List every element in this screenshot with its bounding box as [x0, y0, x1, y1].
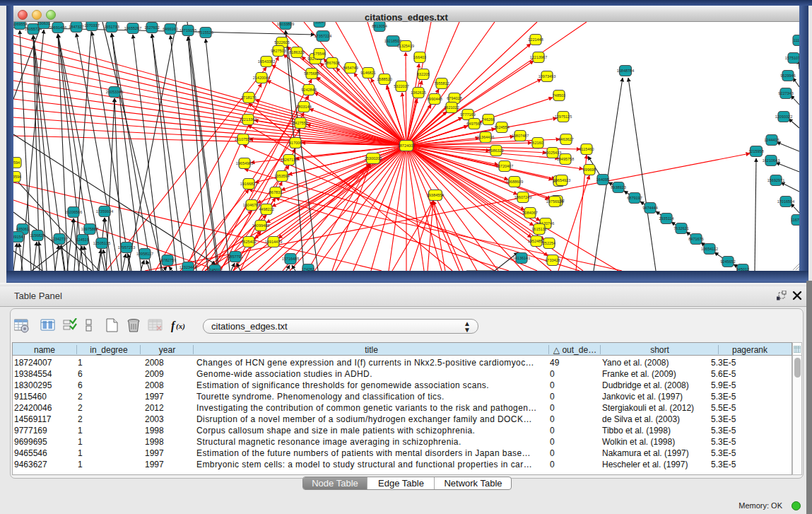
svg-text:7515526: 7515526 — [198, 30, 213, 35]
svg-text:19166827: 19166827 — [240, 182, 257, 186]
svg-text:9474444: 9474444 — [642, 206, 657, 210]
svg-text:435061: 435061 — [16, 227, 29, 231]
svg-text:7986322: 7986322 — [488, 148, 503, 153]
svg-text:2718176: 2718176 — [241, 95, 256, 100]
svg-text:19654923: 19654923 — [553, 178, 570, 182]
svg-text:7625402: 7625402 — [241, 240, 256, 244]
svg-text:5322605: 5322605 — [274, 40, 289, 45]
svg-text:16543382: 16543382 — [258, 59, 275, 64]
svg-text:9777169: 9777169 — [460, 112, 475, 117]
svg-text:7632621: 7632621 — [673, 226, 688, 230]
svg-text:13267130: 13267130 — [281, 158, 298, 162]
svg-text:1733426: 1733426 — [545, 258, 560, 262]
svg-text:1070337: 1070337 — [84, 23, 99, 28]
svg-text:2803144: 2803144 — [296, 105, 311, 109]
svg-text:867833: 867833 — [269, 190, 282, 194]
svg-text:9227343: 9227343 — [778, 91, 793, 95]
svg-text:1588520: 1588520 — [377, 77, 392, 81]
svg-text:8471676: 8471676 — [688, 237, 703, 241]
svg-text:9463627: 9463627 — [558, 137, 573, 141]
svg-text:25300203: 25300203 — [365, 156, 382, 160]
svg-text:7955812: 7955812 — [434, 81, 449, 86]
svg-text:1527602: 1527602 — [144, 25, 159, 30]
svg-text:1353594: 1353594 — [274, 174, 289, 178]
svg-text:10654112: 10654112 — [701, 247, 718, 251]
svg-text:9529946: 9529946 — [780, 74, 795, 78]
svg-text:6794028: 6794028 — [447, 96, 461, 100]
svg-text:19384554: 19384554 — [427, 193, 444, 197]
svg-text:f: f — [171, 320, 176, 332]
svg-text:12323446: 12323446 — [180, 265, 196, 269]
svg-text:19218506: 19218506 — [384, 39, 401, 43]
svg-text:(x): (x) — [176, 322, 185, 331]
svg-text:153594: 153594 — [13, 175, 21, 179]
svg-text:175546: 175546 — [313, 52, 326, 56]
svg-text:14099489: 14099489 — [252, 223, 269, 228]
svg-text:2935114: 2935114 — [659, 216, 673, 221]
svg-text:2867608: 2867608 — [324, 61, 339, 65]
svg-text:39154: 39154 — [13, 235, 23, 239]
svg-text:15751074: 15751074 — [785, 56, 799, 60]
svg-text:6466160: 6466160 — [163, 27, 177, 31]
svg-text:114519: 114519 — [76, 238, 89, 242]
svg-text:16914479: 16914479 — [265, 240, 282, 244]
svg-text:3584: 3584 — [315, 22, 324, 24]
svg-text:18495758: 18495758 — [557, 157, 574, 161]
svg-text:16033809: 16033809 — [277, 22, 294, 26]
svg-text:16046788: 16046788 — [243, 203, 260, 207]
svg-text:18607249: 18607249 — [514, 195, 531, 199]
svg-text:10655267: 10655267 — [124, 26, 141, 30]
svg-text:1651733: 1651733 — [104, 25, 119, 29]
svg-text:15692971: 15692971 — [767, 178, 784, 182]
svg-text:9857791: 9857791 — [228, 255, 242, 259]
svg-text:20053346: 20053346 — [106, 90, 123, 94]
svg-text:12213967: 12213967 — [530, 55, 547, 59]
svg-text:10975867: 10975867 — [81, 227, 98, 231]
svg-text:417006: 417006 — [289, 141, 302, 145]
svg-text:17357224: 17357224 — [314, 34, 331, 38]
svg-text:3215958: 3215958 — [748, 149, 763, 153]
svg-text:1847327: 1847327 — [69, 25, 83, 29]
svg-text:10807487: 10807487 — [512, 134, 529, 138]
svg-text:16210643: 16210643 — [763, 158, 779, 163]
svg-text:8938923: 8938923 — [611, 185, 625, 189]
svg-text:9146821: 9146821 — [360, 71, 375, 75]
svg-text:17359934: 17359934 — [96, 209, 113, 214]
svg-text:12975125: 12975125 — [555, 115, 572, 119]
svg-text:20691406: 20691406 — [49, 25, 66, 30]
svg-text:10719155: 10719155 — [180, 28, 196, 33]
svg-text:699695: 699695 — [583, 168, 596, 172]
svg-text:746266: 746266 — [482, 117, 495, 122]
svg-text:1362615: 1362615 — [411, 90, 425, 95]
svg-text:164095: 164095 — [596, 177, 609, 182]
svg-text:10958117: 10958117 — [136, 252, 153, 256]
svg-text:19654983: 19654983 — [236, 161, 253, 165]
svg-text:9115460: 9115460 — [579, 147, 594, 151]
svg-text:16782759: 16782759 — [159, 258, 176, 262]
svg-text:4498222: 4498222 — [259, 207, 273, 211]
svg-text:10973493: 10973493 — [539, 74, 555, 78]
svg-text:11325419: 11325419 — [397, 44, 414, 48]
svg-text:832205: 832205 — [417, 72, 430, 76]
svg-text:18724007: 18724007 — [398, 144, 415, 148]
svg-text:1621022: 1621022 — [444, 105, 459, 110]
svg-text:5875685: 5875685 — [304, 71, 319, 76]
svg-text:9084067: 9084067 — [522, 211, 537, 215]
svg-text:252254: 252254 — [543, 241, 555, 245]
svg-text:1221448: 1221448 — [528, 37, 543, 42]
svg-text:12093322: 12093322 — [775, 115, 792, 119]
svg-text:11171: 11171 — [794, 38, 799, 42]
svg-text:8427552: 8427552 — [293, 121, 307, 125]
svg-text:116753: 116753 — [791, 218, 799, 222]
svg-text:8813054: 8813054 — [372, 24, 387, 28]
svg-text:19756928: 19756928 — [546, 199, 563, 204]
svg-text:8454749: 8454749 — [343, 66, 358, 70]
svg-text:12342737: 12342737 — [51, 237, 68, 241]
svg-text:12213363: 12213363 — [240, 117, 257, 122]
svg-text:1615132: 1615132 — [531, 227, 546, 231]
svg-text:5322037: 5322037 — [394, 84, 408, 88]
svg-text:1156829: 1156829 — [30, 233, 45, 238]
svg-text:9827503: 9827503 — [271, 49, 286, 53]
svg-text:6879197: 6879197 — [627, 196, 642, 200]
svg-text:10025433: 10025433 — [544, 151, 561, 155]
